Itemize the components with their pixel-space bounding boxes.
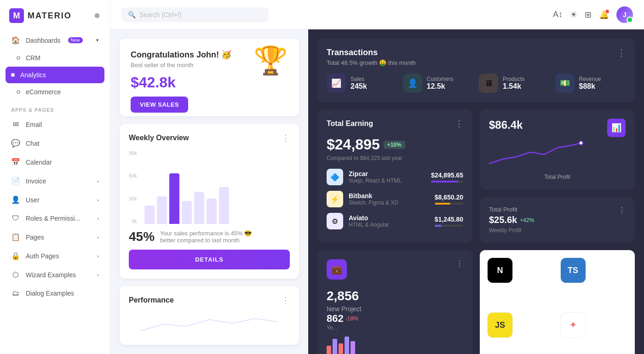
mini-bar-4 (351, 341, 355, 354)
chevron-icon: ▾ (96, 37, 99, 43)
tech-logos-card: NTSJS✦ (480, 250, 635, 354)
earning-logo-0: 🔷 (327, 169, 343, 185)
bar-item (169, 173, 179, 224)
earning-fill-2 (435, 225, 442, 227)
sidebar-label-user: User (26, 196, 40, 204)
txn-icon-products: 🖥 (479, 74, 498, 93)
weekly-menu-icon[interactable]: ⋮ (282, 133, 290, 143)
weekly-percentage: 45% (129, 229, 155, 244)
search-placeholder: Search (Ctrl+/) (139, 11, 181, 18)
dialog-icon: 🗂 (11, 289, 20, 297)
earning-logo-2: ⚙ (327, 213, 343, 229)
txn-value-products: 1.54k (503, 82, 524, 91)
sidebar-item-invoice[interactable]: 📄 Invoice › (6, 172, 104, 190)
y-label-90k: 90k (129, 150, 137, 156)
sidebar-item-dialog[interactable]: 🗂 Dialog Examples (6, 285, 104, 302)
earning-profit-row: Total Earning ⋮ $24,895 +10% Compared to… (317, 109, 635, 243)
tech-logo-3: ✦ (560, 312, 586, 338)
header: 🔍 Search (Ctrl+/) A↕ ☀ ⊞ 🔔 J (110, 0, 644, 29)
sidebar-item-dashboards[interactable]: 🏠 Dashboards New ▾ (6, 31, 104, 49)
earning-tech-0: Vuejs, React & HTML (349, 177, 426, 184)
project-menu-icon[interactable]: ⋮ (456, 259, 463, 268)
weekly-description: Your sales performance is 45% 😎 better c… (160, 230, 252, 244)
earning-name-1: Bitbank (349, 192, 429, 200)
bar-chart-labels: 90k 60k 30k 0k (129, 150, 141, 224)
earning-value-2: $1,245.80 (435, 216, 463, 223)
weekly-footer: 45% Your sales performance is 45% 😎 bett… (129, 229, 290, 244)
chevron-icon-user: › (97, 197, 99, 203)
sidebar-item-wizard[interactable]: ⬡ Wizard Examples › (6, 266, 104, 284)
new-badge: New (68, 37, 83, 43)
sidebar-item-chat[interactable]: 💬 Chat (6, 134, 104, 152)
earning-amount-right-1: $8,650.20 (435, 194, 463, 205)
sidebar-logo: M MATERIO ⏺ (0, 0, 110, 31)
project-icon: 💼 (327, 259, 347, 280)
sidebar-item-roles[interactable]: 🛡 Roles & Permissi... › (6, 210, 104, 227)
earning-value: $24,895 (327, 136, 380, 153)
transactions-menu-icon[interactable]: ⋮ (617, 48, 626, 58)
sidebar-item-pages[interactable]: 📋 Pages › (6, 228, 104, 246)
sidebar-navigation: 🏠 Dashboards New ▾ CRM Analytics eCommer… (0, 31, 110, 354)
search-box[interactable]: 🔍 Search (Ctrl+/) (121, 7, 269, 22)
txn-icon-revenue: 💵 (555, 74, 575, 93)
earning-row-0: 🔷 Zipcar Vuejs, React & HTML $24,895.65 (327, 169, 463, 185)
sidebar-item-auth[interactable]: 🔒 Auth Pages › (6, 247, 104, 265)
earning-amount-right-2: $1,245.80 (435, 216, 463, 227)
earning-menu-icon[interactable]: ⋮ (455, 119, 463, 129)
theme-icon[interactable]: ☀ (570, 10, 577, 20)
view-sales-button[interactable]: VIEW SALES (131, 97, 188, 113)
sidebar-item-analytics[interactable]: Analytics (6, 67, 104, 83)
trophy-icon: 🏆 (253, 44, 288, 77)
chat-icon: 💬 (11, 139, 20, 148)
svg-point-0 (579, 141, 583, 145)
bars-wrapper (144, 150, 229, 224)
txn-icon-sales: 📈 (327, 74, 346, 93)
project-value: 862 (327, 313, 344, 325)
notification-icon[interactable]: 🔔 (599, 10, 609, 20)
y-label-60k: 60k (129, 173, 137, 178)
txn-info-products: Products 1.54k (503, 76, 524, 91)
record-icon[interactable]: ⏺ (93, 11, 101, 20)
content-area: Congratulations John! 🥳 Best seller of t… (110, 29, 644, 354)
weekly-profit-menu[interactable]: ⋮ (618, 206, 626, 234)
project-sub: Ye... (327, 325, 463, 331)
total-earning-card: Total Earning ⋮ $24,895 +10% Compared to… (317, 109, 472, 243)
project-tech-row: 💼 ⋮ 2,856 New Project 862 -18% Ye... (317, 250, 635, 354)
sidebar-label-calendar: Calendar (26, 159, 52, 166)
txn-value-sales: 245k (351, 82, 367, 91)
pages-icon: 📋 (11, 233, 20, 241)
txn-info-customers: Customers 12.5k (427, 76, 454, 91)
sidebar-item-crm[interactable]: CRM (6, 50, 104, 66)
y-label-0k: 0k (129, 218, 137, 224)
mini-bar-1 (333, 339, 337, 354)
main-area: 🔍 Search (Ctrl+/) A↕ ☀ ⊞ 🔔 J Congratulat… (110, 0, 644, 354)
earning-info-1: Bitbank Sketch, Figma & XD (349, 192, 429, 206)
new-project-card: 💼 ⋮ 2,856 New Project 862 -18% Ye... (317, 250, 472, 354)
txn-info-sales: Sales 245k (351, 76, 367, 91)
grid-icon[interactable]: ⊞ (585, 10, 592, 20)
earning-value-1: $8,650.20 (435, 194, 463, 201)
translate-icon[interactable]: A↕ (553, 10, 563, 19)
header-actions: A↕ ☀ ⊞ 🔔 J (553, 6, 633, 23)
sidebar-item-email[interactable]: ✉ Email (6, 115, 104, 133)
earning-fill-0 (431, 181, 459, 183)
transactions-card: Transactions Total 48.5% growth 🤑 this m… (317, 39, 635, 102)
user-icon: 👤 (11, 195, 20, 204)
sidebar-item-calendar[interactable]: 📅 Calendar (6, 153, 104, 171)
details-button[interactable]: DETAILS (129, 250, 290, 269)
email-icon: ✉ (11, 120, 20, 129)
performance-title: Performance (129, 296, 174, 304)
roles-icon: 🛡 (11, 214, 20, 223)
avatar[interactable]: J (616, 6, 633, 23)
sidebar-label-analytics: Analytics (20, 71, 46, 79)
earning-list: 🔷 Zipcar Vuejs, React & HTML $24,895.65 … (327, 169, 463, 229)
performance-menu-icon[interactable]: ⋮ (282, 295, 290, 305)
transactions-grid: 📈 Sales 245k 👤 Customers 12.5k 🖥 Product… (327, 74, 626, 93)
project-badge: -18% (345, 315, 358, 322)
sidebar-label-pages: Pages (26, 234, 44, 241)
txn-label-customers: Customers (427, 76, 454, 82)
sidebar-item-ecommerce[interactable]: eCommerce (6, 84, 104, 100)
tech-logo-0: N (487, 257, 513, 283)
sidebar-item-user[interactable]: 👤 User › (6, 191, 104, 209)
bar-item (182, 201, 192, 224)
